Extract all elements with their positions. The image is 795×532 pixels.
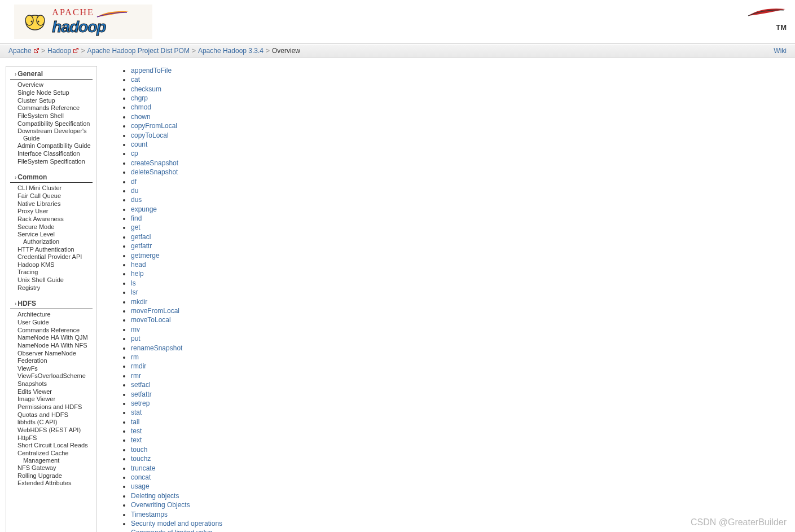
sidebar-link[interactable]: Secure Mode bbox=[17, 223, 54, 230]
command-link[interactable]: deleteSnapshot bbox=[131, 168, 178, 176]
sidebar-link[interactable]: Single Node Setup bbox=[17, 89, 69, 96]
command-link[interactable]: touchz bbox=[131, 455, 151, 463]
command-link[interactable]: cat bbox=[131, 76, 140, 83]
sidebar-link[interactable]: Admin Compatibility Guide bbox=[17, 142, 91, 149]
command-link[interactable]: mkdir bbox=[131, 298, 147, 306]
command-link[interactable]: usage bbox=[131, 482, 150, 490]
sidebar-link[interactable]: Credential Provider API bbox=[17, 253, 82, 260]
command-link[interactable]: getmerge bbox=[131, 252, 160, 260]
sidebar-link[interactable]: Tracing bbox=[17, 269, 38, 275]
breadcrumb-link[interactable]: Hadoop bbox=[47, 47, 71, 55]
sidebar-link[interactable]: NameNode HA With NFS bbox=[17, 342, 87, 349]
sidebar-link[interactable]: Image Viewer bbox=[17, 395, 55, 402]
command-link[interactable]: moveFromLocal bbox=[131, 307, 179, 315]
sidebar-link[interactable]: NameNode HA With QJM bbox=[17, 334, 88, 341]
command-link[interactable]: renameSnapshot bbox=[131, 344, 182, 352]
command-link[interactable]: concat bbox=[131, 473, 151, 481]
command-link[interactable]: setfacl bbox=[131, 381, 151, 389]
command-link[interactable]: checksum bbox=[131, 85, 161, 93]
sidebar-link[interactable]: Interface Classification bbox=[17, 150, 80, 157]
sidebar-link[interactable]: Unix Shell Guide bbox=[17, 276, 64, 283]
command-link[interactable]: ls bbox=[131, 279, 136, 287]
command-link[interactable]: stat bbox=[131, 408, 142, 416]
sidebar-link[interactable]: Native Libraries bbox=[17, 200, 60, 207]
sidebar-link[interactable]: Quotas and HDFS bbox=[17, 411, 68, 418]
command-link[interactable]: dus bbox=[131, 196, 142, 204]
sidebar-link[interactable]: User Guide bbox=[17, 319, 49, 326]
sidebar-link[interactable]: Registry bbox=[17, 284, 40, 291]
sidebar-link[interactable]: NFS Gateway bbox=[17, 464, 56, 471]
sidebar-link[interactable]: HttpFS bbox=[17, 434, 37, 441]
command-link[interactable]: moveToLocal bbox=[131, 316, 171, 324]
command-link[interactable]: setfattr bbox=[131, 390, 152, 398]
sidebar-link[interactable]: Architecture bbox=[17, 311, 51, 318]
command-link[interactable]: help bbox=[131, 270, 144, 278]
command-link[interactable]: test bbox=[131, 427, 142, 435]
command-link[interactable]: copyToLocal bbox=[131, 131, 169, 139]
command-link[interactable]: find bbox=[131, 214, 142, 222]
sidebar-link[interactable]: Proxy User bbox=[17, 208, 48, 214]
command-link[interactable]: rmdir bbox=[131, 362, 146, 370]
command-link[interactable]: copyFromLocal bbox=[131, 122, 177, 130]
command-link[interactable]: Commands of limited value bbox=[131, 529, 213, 532]
command-link[interactable]: getfattr bbox=[131, 242, 152, 250]
command-link[interactable]: count bbox=[131, 140, 147, 148]
command-link[interactable]: rmr bbox=[131, 372, 141, 380]
sidebar-link[interactable]: ViewFsOverloadScheme bbox=[17, 372, 86, 379]
sidebar-link[interactable]: Fair Call Queue bbox=[17, 192, 61, 199]
command-link[interactable]: put bbox=[131, 335, 140, 342]
command-link[interactable]: text bbox=[131, 436, 142, 444]
sidebar-link[interactable]: ViewFs bbox=[17, 365, 38, 372]
sidebar-link[interactable]: Permissions and HDFS bbox=[17, 403, 82, 410]
sidebar-link[interactable]: Commands Reference bbox=[17, 327, 80, 333]
command-link[interactable]: touch bbox=[131, 446, 147, 454]
breadcrumb-link[interactable]: Apache Hadoop 3.3.4 bbox=[198, 47, 263, 55]
command-link[interactable]: head bbox=[131, 261, 146, 269]
command-link[interactable]: cp bbox=[131, 150, 138, 157]
command-link[interactable]: expunge bbox=[131, 205, 157, 213]
sidebar-link[interactable]: Compatibility Specification bbox=[17, 120, 90, 127]
sidebar-link[interactable]: HTTP Authentication bbox=[17, 246, 74, 253]
sidebar-link[interactable]: Extended Attributes bbox=[17, 480, 71, 486]
command-link[interactable]: get bbox=[131, 223, 140, 231]
sidebar-link[interactable]: Edits Viewer bbox=[17, 388, 52, 395]
command-link[interactable]: Security model and operations bbox=[131, 520, 222, 527]
command-link[interactable]: createSnapshot bbox=[131, 159, 178, 167]
command-link[interactable]: setrep bbox=[131, 399, 150, 407]
command-link[interactable]: truncate bbox=[131, 464, 155, 472]
sidebar-link[interactable]: Rolling Upgrade bbox=[17, 472, 62, 479]
command-link[interactable]: tail bbox=[131, 418, 139, 426]
sidebar-link[interactable]: FileSystem Specification bbox=[17, 158, 85, 165]
sidebar-link[interactable]: Overview bbox=[17, 81, 43, 88]
breadcrumb-link[interactable]: Apache Hadoop Project Dist POM bbox=[87, 47, 189, 55]
command-link[interactable]: du bbox=[131, 187, 138, 195]
sidebar-link[interactable]: Snapshots bbox=[17, 380, 47, 387]
command-link[interactable]: Timestamps bbox=[131, 511, 168, 518]
logo[interactable]: APACHE hadoop bbox=[14, 5, 152, 39]
sidebar-link[interactable]: Centralized Cache Management bbox=[17, 450, 69, 464]
sidebar-link[interactable]: WebHDFS (REST API) bbox=[17, 427, 81, 433]
sidebar-link[interactable]: Downstream Developer's Guide bbox=[17, 127, 87, 142]
sidebar-link[interactable]: Rack Awareness bbox=[17, 216, 64, 222]
command-link[interactable]: Deleting objects bbox=[131, 492, 179, 500]
sidebar-link[interactable]: Cluster Setup bbox=[17, 97, 55, 104]
sidebar-link[interactable]: Short Circuit Local Reads bbox=[17, 442, 88, 449]
command-link[interactable]: mv bbox=[131, 326, 140, 333]
command-link[interactable]: chgrp bbox=[131, 94, 148, 102]
sidebar-link[interactable]: CLI Mini Cluster bbox=[17, 184, 62, 191]
sidebar-link[interactable]: Observer NameNode bbox=[17, 350, 76, 357]
command-link[interactable]: chmod bbox=[131, 103, 151, 111]
command-link[interactable]: appendToFile bbox=[131, 67, 172, 74]
sidebar-link[interactable]: libhdfs (C API) bbox=[17, 419, 57, 425]
command-link[interactable]: rm bbox=[131, 353, 139, 361]
command-link[interactable]: df bbox=[131, 178, 137, 186]
sidebar-link[interactable]: Commands Reference bbox=[17, 104, 80, 111]
command-link[interactable]: chown bbox=[131, 113, 151, 121]
wiki-link[interactable]: Wiki bbox=[774, 47, 787, 55]
sidebar-link[interactable]: Service Level Authorization bbox=[17, 231, 59, 245]
command-link[interactable]: getfacl bbox=[131, 233, 151, 241]
sidebar-link[interactable]: FileSystem Shell bbox=[17, 112, 64, 119]
command-link[interactable]: lsr bbox=[131, 288, 138, 296]
command-link[interactable]: Overwriting Objects bbox=[131, 501, 190, 509]
breadcrumb-link[interactable]: Apache bbox=[8, 47, 32, 55]
